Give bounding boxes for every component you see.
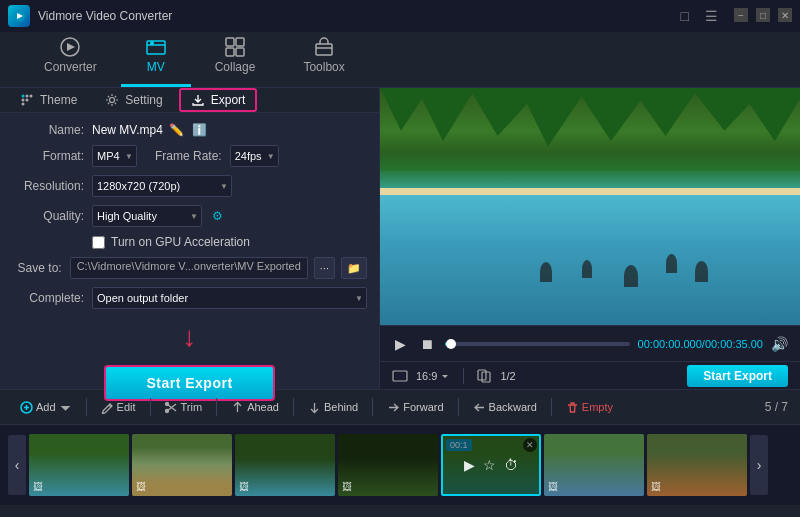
thumb-clock-icon[interactable]: ⏱ xyxy=(504,457,518,473)
trim-label: Trim xyxy=(181,401,203,413)
tab-collage[interactable]: Collage xyxy=(191,30,280,87)
close-btn[interactable]: ✕ xyxy=(778,8,792,22)
app-title: Vidmore Video Converter xyxy=(38,9,681,23)
film-thumb-3[interactable]: 🖼 xyxy=(235,434,335,496)
play-btn[interactable]: ▶ xyxy=(392,336,409,352)
thumb-play-icon[interactable]: ▶ xyxy=(464,457,475,473)
person-5 xyxy=(695,261,708,282)
thumb-4-icon: 🖼 xyxy=(342,481,352,492)
svg-point-16 xyxy=(22,103,25,106)
browse-path-btn[interactable]: ··· xyxy=(314,257,335,279)
stop-btn[interactable]: ⏹ xyxy=(417,336,437,352)
sub-tab-setting[interactable]: Setting xyxy=(93,89,174,111)
tab-collage-label: Collage xyxy=(215,60,256,74)
edit-btn[interactable]: Edit xyxy=(93,398,144,417)
sub-tab-theme-label: Theme xyxy=(40,93,77,107)
svg-rect-9 xyxy=(236,48,244,56)
filmstrip-prev-btn[interactable]: ‹ xyxy=(8,435,26,495)
person-3 xyxy=(624,265,638,287)
thumb-3-icon: 🖼 xyxy=(239,481,249,492)
svg-point-11 xyxy=(22,95,25,98)
add-btn[interactable]: Add xyxy=(12,398,80,417)
saveto-label: Save to: xyxy=(12,261,62,275)
film-thumb-7[interactable]: 🖼 xyxy=(647,434,747,496)
tab-mv-label: MV xyxy=(147,60,165,74)
ahead-btn[interactable]: Ahead xyxy=(223,398,287,417)
complete-row: Complete: Open output folder xyxy=(12,287,367,309)
gpu-checkbox[interactable] xyxy=(92,236,105,249)
svg-point-15 xyxy=(26,99,29,102)
page-control[interactable]: 1/2 xyxy=(500,370,517,382)
resolution-row: Resolution: 1280x720 (720p) xyxy=(12,175,367,197)
sub-tab-export[interactable]: Export xyxy=(179,88,258,112)
time-display: 00:00:00.000/00:00:35.00 xyxy=(638,338,763,350)
progress-bar[interactable] xyxy=(445,342,630,346)
framerate-select[interactable]: 24fps xyxy=(230,145,279,167)
thumb-2-overlay xyxy=(132,434,232,496)
trim-btn[interactable]: Trim xyxy=(157,398,211,417)
ratio-select[interactable]: 16:9 xyxy=(416,370,451,382)
format-label: Format: xyxy=(12,149,84,163)
backward-btn[interactable]: Backward xyxy=(465,398,545,417)
resolution-select[interactable]: 1280x720 (720p) xyxy=(92,175,232,197)
film-thumb-4[interactable]: 🖼 xyxy=(338,434,438,496)
thumb-5-icons: ▶ ☆ ⏱ xyxy=(464,457,518,473)
thumb-6-icon: 🖼 xyxy=(548,481,558,492)
svg-point-13 xyxy=(30,95,33,98)
thumb-star-icon[interactable]: ☆ xyxy=(483,457,496,473)
minimize-btn[interactable]: − xyxy=(734,8,748,22)
tab-converter[interactable]: Converter xyxy=(20,30,121,87)
main-nav: Converter MV Collage Toolbox xyxy=(0,32,800,88)
backward-label: Backward xyxy=(489,401,537,413)
quality-select-wrap: High Quality xyxy=(92,205,202,227)
quality-label: Quality: xyxy=(12,209,84,223)
behind-btn[interactable]: Behind xyxy=(300,398,366,417)
title-bar: Vidmore Video Converter □ ☰ − □ ✕ xyxy=(0,0,800,32)
info-btn[interactable]: ℹ️ xyxy=(190,123,209,137)
film-thumb-2[interactable]: 🖼 xyxy=(132,434,232,496)
format-select[interactable]: MP4 xyxy=(92,145,137,167)
thumb-4-overlay xyxy=(338,434,438,496)
person-1 xyxy=(540,262,552,282)
svg-point-23 xyxy=(165,409,168,412)
svg-point-22 xyxy=(165,402,168,405)
menu-icon[interactable]: ☰ xyxy=(705,8,718,24)
filmstrip-next-btn[interactable]: › xyxy=(750,435,768,495)
thumb-6-overlay xyxy=(544,434,644,496)
open-folder-btn[interactable]: 📁 xyxy=(341,257,367,279)
forward-btn[interactable]: Forward xyxy=(379,398,451,417)
maximize-btn[interactable]: □ xyxy=(756,8,770,22)
app-logo xyxy=(8,5,30,27)
left-panel: Theme Setting Export Name: xyxy=(0,88,380,389)
start-export-left-btn[interactable]: Start Export xyxy=(104,365,274,401)
film-thumb-5[interactable]: 00:1 ✕ ▶ ☆ ⏱ xyxy=(441,434,541,496)
chat-icon[interactable]: □ xyxy=(681,8,689,24)
tab-toolbox[interactable]: Toolbox xyxy=(279,30,368,87)
svg-point-17 xyxy=(110,98,115,103)
thumb-3-overlay xyxy=(235,434,335,496)
svg-point-14 xyxy=(22,99,25,102)
edit-name-btn[interactable]: ✏️ xyxy=(167,123,186,137)
tab-mv[interactable]: MV xyxy=(121,30,191,87)
format-select-wrap: MP4 xyxy=(92,145,137,167)
quality-select[interactable]: High Quality xyxy=(92,205,202,227)
gpu-label: Turn on GPU Acceleration xyxy=(111,235,250,249)
start-export-right-btn[interactable]: Start Export xyxy=(687,365,788,387)
film-thumb-6[interactable]: 🖼 xyxy=(544,434,644,496)
empty-btn[interactable]: Empty xyxy=(558,398,621,417)
quality-settings-btn[interactable]: ⚙ xyxy=(210,209,225,223)
save-path-row: C:\Vidmore\Vidmore V...onverter\MV Expor… xyxy=(70,257,367,279)
content-area: Theme Setting Export Name: xyxy=(0,88,800,389)
film-thumb-1[interactable]: 🖼 xyxy=(29,434,129,496)
filmstrip: ‹ 🖼 🖼 🖼 🖼 00:1 ✕ ▶ ☆ ⏱ 🖼 xyxy=(0,425,800,505)
svg-rect-8 xyxy=(226,48,234,56)
page-icon xyxy=(476,368,492,384)
name-label: Name: xyxy=(12,123,84,137)
sep-3 xyxy=(216,398,217,416)
svg-marker-3 xyxy=(67,43,75,51)
complete-select[interactable]: Open output folder xyxy=(92,287,367,309)
sep-4 xyxy=(293,398,294,416)
sub-tab-theme[interactable]: Theme xyxy=(8,89,89,111)
volume-icon[interactable]: 🔊 xyxy=(771,336,788,352)
complete-label: Complete: xyxy=(12,291,84,305)
